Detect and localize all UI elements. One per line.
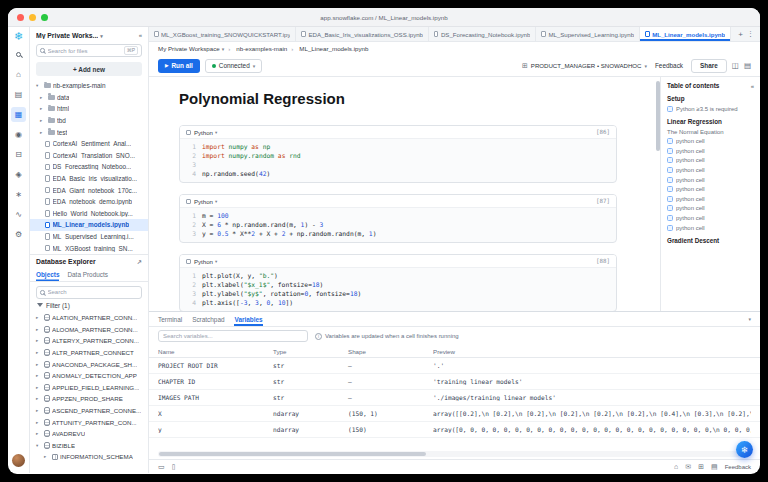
toggle-panel-icon[interactable] [732, 61, 739, 70]
database-item[interactable]: ALATION_PARTNER_CONN... [30, 312, 148, 324]
database-item[interactable]: ALOOMA_PARTNER_CONN... [30, 324, 148, 336]
tree-item-folder[interactable]: data [30, 92, 148, 104]
tab-scratchpad[interactable]: Scratchpad [192, 312, 224, 326]
file-tab[interactable]: EDA_Basic_Iris_visualizations_OSS.ipynb [296, 27, 428, 41]
close-window-button[interactable] [17, 14, 24, 21]
tree-item-file[interactable]: ML_Supervised_Learning.i... [30, 231, 148, 243]
tree-item-file[interactable]: EDA_notebook_demo.ipynb [30, 196, 148, 208]
docs-icon[interactable]: ▤ [711, 463, 718, 471]
connection-status-button[interactable]: Connected [205, 59, 262, 73]
toc-cell-item[interactable]: python cell [667, 138, 754, 144]
tab-terminal[interactable]: Terminal [158, 312, 182, 326]
streamlit-icon[interactable]: ◉ [11, 127, 26, 142]
database-item[interactable]: ATTUNITY_PARTNER_CON... [30, 416, 148, 428]
database-item[interactable]: APPLIED_FIELD_LEARNING... [30, 381, 148, 393]
toc-cell-item[interactable]: python cell [667, 167, 754, 173]
apps-icon[interactable]: ⊞ [698, 463, 704, 471]
ai-ml-icon[interactable]: ∗ [11, 187, 26, 202]
chevron-down-icon[interactable] [100, 32, 103, 39]
statusbar-feedback-button[interactable]: Feedback [725, 464, 751, 470]
add-new-button[interactable]: + Add new [36, 62, 142, 76]
toc-cell-item[interactable]: python cell [667, 225, 754, 231]
tree-item-folder[interactable]: test [30, 126, 148, 138]
breadcrumb-workspace[interactable]: My Private Workspace [158, 45, 224, 52]
feedback-button[interactable]: Feedback [652, 62, 686, 69]
user-avatar[interactable] [12, 454, 25, 467]
toc-cell-item[interactable]: python cell [667, 215, 754, 221]
database-item[interactable]: ALTR_PARTNER_CONNECT [30, 347, 148, 359]
variables-search-input[interactable] [158, 330, 308, 342]
share-button[interactable]: Share [691, 59, 727, 73]
tree-item-file-selected[interactable]: ML_Linear_models.ipynb [30, 219, 148, 231]
support-icon[interactable]: ✉ [685, 463, 691, 471]
toc-cell-item[interactable]: python cell [667, 148, 754, 154]
schema-item[interactable]: INFORMATION_SCHEMA [30, 451, 148, 463]
admin-icon[interactable]: ⚙ [11, 227, 26, 242]
table-row[interactable]: IMAGES_PATH str – './images/training_lin… [149, 390, 760, 406]
tab-overflow-menu-icon[interactable] [747, 30, 754, 38]
tree-item-file[interactable]: CortexAI_Sentiment_Anal... [30, 138, 148, 150]
run-all-button[interactable]: Run all [158, 59, 200, 73]
home-icon[interactable]: ⌂ [11, 67, 26, 82]
database-item[interactable]: APPZEN_PROD_SHARE [30, 393, 148, 405]
tab-objects[interactable]: Objects [36, 269, 59, 281]
tree-item-root[interactable]: nb-examples-main [30, 80, 148, 92]
snowflake-logo-icon[interactable] [14, 30, 23, 42]
layout-toggle-icon[interactable]: ▯ [172, 463, 176, 471]
database-item[interactable]: ALTERYX_PARTNER_CONN... [30, 335, 148, 347]
toc-cell-item[interactable]: python cell [667, 205, 754, 211]
database-item[interactable]: ANOMALY_DETECTION_APP [30, 370, 148, 382]
file-search-input[interactable] [48, 48, 121, 54]
collapse-panel-icon[interactable] [748, 316, 751, 322]
new-tab-button[interactable] [738, 30, 743, 39]
toc-section[interactable]: Setup [667, 95, 754, 102]
console-toggle-icon[interactable]: ▭ [158, 463, 165, 471]
toggle-layout-icon[interactable] [744, 61, 751, 70]
code-editor[interactable]: 1m = 1002X = 6 * np.random.rand(m, 1) - … [180, 208, 616, 242]
toc-cell-item[interactable]: python cell [667, 196, 754, 202]
tree-item-file[interactable]: ML_XGBoost_training_SN... [30, 242, 148, 254]
code-editor[interactable]: 1plt.plot(X, y, "b.")2plt.xlabel("$x_1$"… [180, 268, 616, 311]
code-editor[interactable]: 1import numpy as np2import numpy.random … [180, 139, 616, 182]
assistant-button[interactable] [736, 441, 753, 458]
collapse-sidebar-icon[interactable] [139, 32, 142, 38]
search-icon[interactable] [11, 47, 26, 62]
table-row[interactable]: CHAPTER_ID str – 'training_linear_models… [149, 374, 760, 390]
toc-subsection[interactable]: The Normal Equation [667, 129, 754, 135]
toc-cell-item[interactable]: python cell [667, 186, 754, 192]
breadcrumb-file[interactable]: ML_Linear_models.ipynb [291, 45, 368, 52]
database-item[interactable]: AVADREVU [30, 428, 148, 440]
tree-item-file[interactable]: Hello_World_Notebook.ipy... [30, 208, 148, 220]
scrollbar-thumb[interactable] [656, 81, 660, 151]
cell-language-selector[interactable]: Python [194, 198, 217, 205]
cell-language-selector[interactable]: Python [194, 258, 217, 265]
tree-item-file[interactable]: CortexAI_Translation_SNO... [30, 150, 148, 162]
database-item[interactable]: ANACONDA_PACKAGE_SH... [30, 358, 148, 370]
zoom-window-button[interactable] [41, 14, 48, 21]
url-bar[interactable]: app.snowflake.com / ML_Linear_models.ipy… [320, 14, 447, 21]
collapse-toc-icon[interactable] [751, 83, 754, 89]
file-tab[interactable]: ML_Supervised_Learning.ipynb [536, 27, 640, 41]
context-selector[interactable]: PRODUCT_MANAGER • SNOWADHOC [522, 62, 647, 70]
table-row[interactable]: PROJECT_ROOT_DIR str – '.' [149, 358, 760, 374]
worksheets-icon[interactable]: ▤ [11, 87, 26, 102]
activity-icon[interactable]: ∿ [11, 207, 26, 222]
table-row[interactable]: X ndarray (150, 1) array([[0.2],\n [0.2]… [149, 406, 760, 422]
minimize-window-button[interactable] [29, 14, 36, 21]
tab-data-products[interactable]: Data Products [67, 269, 108, 281]
filter-button[interactable]: Filter (1) [30, 299, 148, 312]
toc-cell-item[interactable]: Python ≥3.5 is required [667, 106, 754, 112]
tree-item-folder[interactable]: html [30, 103, 148, 115]
expand-panel-icon[interactable] [137, 258, 142, 265]
database-item[interactable]: ASCEND_PARTNER_CONNE... [30, 405, 148, 417]
marketplace-icon[interactable]: ◈ [11, 167, 26, 182]
cell-language-selector[interactable]: Python [194, 129, 217, 136]
file-tab-active[interactable]: ML_Linear_models.ipynb [640, 27, 731, 41]
toc-section[interactable]: Gradient Descent [667, 237, 754, 244]
data-icon[interactable]: ⊟ [11, 147, 26, 162]
tree-item-file[interactable]: EDA_Basic_Iris_visualizatio... [30, 173, 148, 185]
tree-item-file[interactable]: DS_Forecasting_Noteboo... [30, 161, 148, 173]
file-tab[interactable]: DS_Forecasting_Notebook.ipynb [429, 27, 536, 41]
notebook-scroll-area[interactable]: Polynomial Regression Python [86] 1impor… [149, 77, 655, 311]
tree-item-file[interactable]: EDA_Giant_notebook_170c... [30, 184, 148, 196]
